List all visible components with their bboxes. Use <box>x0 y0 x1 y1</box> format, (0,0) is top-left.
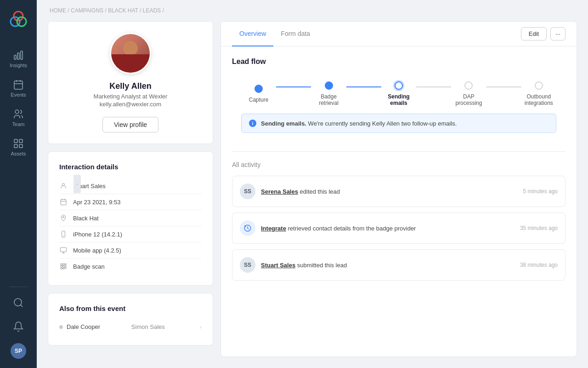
lead-flow-visualization: Capture Badge retrieval <box>232 77 565 142</box>
event-person-rep: Simon Sales <box>131 323 165 330</box>
chevron-right-icon: › <box>200 323 202 330</box>
svg-rect-36 <box>61 268 62 269</box>
activity-time-3: 38 minutes ago <box>520 262 558 268</box>
flow-dot-sending-emails <box>395 81 403 90</box>
interaction-details-card: Interaction details Stuart Sales <box>48 151 213 286</box>
svg-line-16 <box>21 305 23 307</box>
flow-label-outbound: Outboundintegrations <box>525 93 553 106</box>
info-icon: i <box>249 120 256 127</box>
flow-line-1 <box>276 86 311 87</box>
detail-row-app: Mobile app (4.2.5) <box>59 242 202 259</box>
sidebar-item-assets[interactable]: Assets <box>0 132 37 162</box>
detail-app-value: Mobile app (4.2.5) <box>73 247 121 254</box>
flow-dot-badge-retrieval <box>325 81 333 90</box>
sidebar-bottom: SP <box>0 284 37 362</box>
main-content: HOME / CAMPAIGNS / BLACK HAT / LEADS / K… <box>37 0 588 368</box>
event-person-name: Dale Cooper <box>67 323 100 330</box>
edit-button[interactable]: Edit <box>521 27 547 40</box>
svg-rect-33 <box>63 266 64 267</box>
sidebar-item-events[interactable]: Events <box>0 74 37 103</box>
svg-point-22 <box>62 216 64 218</box>
sidebar-divider <box>9 287 28 287</box>
sidebar-item-assets-label: Assets <box>11 151 26 156</box>
activity-actor-link-2[interactable]: Integrate <box>261 225 286 232</box>
interaction-details-title: Interaction details <box>59 163 202 171</box>
app-icon <box>59 246 68 254</box>
person-icon <box>59 182 68 190</box>
flow-step-dap: DAPprocessing <box>451 81 486 106</box>
event-person-dot <box>59 325 63 329</box>
right-panel-content: Lead flow Capture <box>221 46 577 356</box>
svg-rect-23 <box>62 231 65 237</box>
breadcrumb: HOME / CAMPAIGNS / BLACK HAT / LEADS / <box>37 0 588 21</box>
profile-image <box>111 34 150 73</box>
sidebar-item-team[interactable]: Team <box>0 103 37 132</box>
flow-track: Capture Badge retrieval <box>241 81 556 106</box>
profile-name: Kelly Allen <box>109 81 151 91</box>
activity-actor-link-1[interactable]: Serena Sales <box>261 188 298 195</box>
user-avatar[interactable]: SP <box>11 343 26 359</box>
svg-rect-29 <box>63 264 64 265</box>
svg-rect-4 <box>17 53 19 59</box>
activity-action-2: retrieved contact details from the badge… <box>286 225 416 232</box>
profile-avatar <box>110 33 151 74</box>
phone-icon <box>59 230 68 238</box>
svg-rect-25 <box>60 247 66 252</box>
breadcrumb-text: HOME / CAMPAIGNS / BLACK HAT / LEADS / <box>50 7 164 14</box>
profile-title: Marketing Analyst at Wexler <box>94 93 168 100</box>
svg-rect-11 <box>14 139 17 143</box>
svg-rect-35 <box>63 268 64 269</box>
activity-section: All activity SS Serena Sales edited this… <box>232 161 565 281</box>
activity-item-1: SS Serena Sales edited this lead 5 minut… <box>232 176 565 207</box>
activity-actor-link-3[interactable]: Stuart Sales <box>261 262 295 269</box>
app-logo[interactable] <box>5 6 32 35</box>
search-button[interactable] <box>0 292 37 314</box>
flow-dot-dap <box>464 81 473 90</box>
svg-rect-12 <box>19 139 23 143</box>
activity-item-3: SS Stuart Sales submitted this lead 38 m… <box>232 249 565 281</box>
svg-rect-14 <box>19 144 23 148</box>
flow-step-sending-emails: Sending emails <box>381 81 416 106</box>
detail-date-value: Apr 23 2021, 9:53 <box>73 199 120 206</box>
flow-info-box: i Sending emails. We're currently sendin… <box>241 114 556 133</box>
activity-action-1: edited this lead <box>298 188 340 195</box>
svg-rect-13 <box>14 144 17 148</box>
svg-rect-28 <box>61 264 62 265</box>
svg-rect-3 <box>14 55 16 59</box>
sidebar-collapse-button[interactable]: ‹ <box>74 175 81 193</box>
view-profile-button[interactable]: View profile <box>102 117 158 132</box>
flow-step-capture: Capture <box>241 85 276 103</box>
also-from-event-card: Also from this event Dale Cooper Simon S… <box>48 293 213 345</box>
location-icon <box>59 214 68 222</box>
also-from-event-title: Also from this event <box>59 305 202 312</box>
sidebar-item-insights-label: Insights <box>10 63 27 68</box>
flow-step-outbound: Outboundintegrations <box>521 81 556 106</box>
svg-rect-5 <box>21 51 23 59</box>
activity-avatar-2 <box>240 220 255 236</box>
content-area: Kelly Allen Marketing Analyst at Wexler … <box>37 21 588 368</box>
event-person-left: Dale Cooper <box>59 323 100 330</box>
sidebar-item-insights[interactable]: Insights <box>0 44 37 74</box>
left-panel: Kelly Allen Marketing Analyst at Wexler … <box>48 21 213 357</box>
sidebar-item-team-label: Team <box>12 121 25 127</box>
calendar-icon <box>59 198 68 206</box>
detail-device-value: iPhone 12 (14.2.1) <box>73 231 122 238</box>
svg-rect-6 <box>14 81 23 89</box>
svg-point-15 <box>14 299 22 306</box>
flow-info-text: Sending emails. We're currently sending … <box>261 120 457 127</box>
notifications-button[interactable] <box>0 316 37 338</box>
section-divider <box>232 151 565 152</box>
svg-rect-31 <box>65 264 66 265</box>
tab-form-data[interactable]: Form data <box>273 22 317 46</box>
svg-rect-30 <box>61 266 62 267</box>
right-panel: Overview Form data Edit ··· Lead flow <box>220 21 577 357</box>
svg-rect-18 <box>61 200 66 205</box>
tab-actions: Edit ··· <box>521 27 565 40</box>
activity-item-2: Integrate retrieved contact details from… <box>232 213 565 244</box>
sidebar-item-events-label: Events <box>11 92 26 98</box>
flow-line-2 <box>346 86 381 87</box>
tab-overview[interactable]: Overview <box>232 22 273 46</box>
sidebar: Insights Events Team Assets <box>0 0 37 368</box>
tabs-header: Overview Form data Edit ··· <box>221 22 577 46</box>
more-options-button[interactable]: ··· <box>550 27 565 40</box>
